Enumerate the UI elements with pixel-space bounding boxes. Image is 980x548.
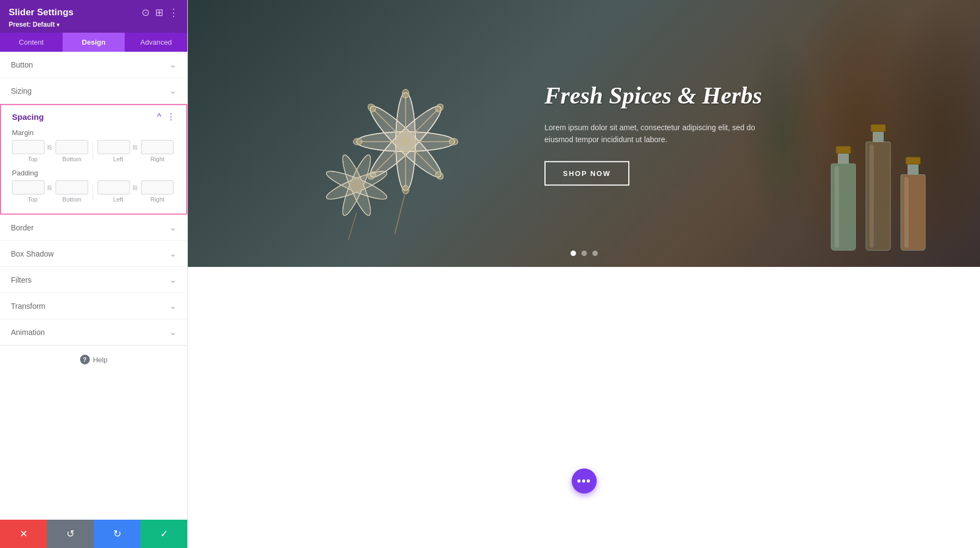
focus-icon[interactable]: ⊙ <box>142 7 150 19</box>
spacing-menu-icon[interactable]: ⋮ <box>167 112 175 122</box>
jar-cork-3 <box>905 157 921 165</box>
padding-right-pair: Right <box>141 180 174 203</box>
slider: Fresh Spices & Herbs Lorem ipsum dolor s… <box>188 0 980 267</box>
section-transform-label: Transform <box>11 302 45 310</box>
fab-button[interactable]: ••• <box>572 468 597 494</box>
padding-left-pair: ⛓ Left <box>97 180 139 203</box>
jar-body-2 <box>866 142 891 251</box>
action-bar: ✕ ↺ ↻ ✓ <box>0 520 187 548</box>
padding-bottom-pair: Bottom <box>56 180 88 203</box>
padding-top-link-icon[interactable]: ⛓ <box>46 185 53 191</box>
margin-top-pair: ⛓ Top <box>12 140 53 162</box>
padding-left-link-icon[interactable]: ⛓ <box>131 185 139 191</box>
cancel-button[interactable]: ✕ <box>0 520 47 548</box>
slider-dots <box>571 251 598 256</box>
spacing-padding-label: Padding <box>12 169 175 177</box>
svg-line-36 <box>395 191 406 234</box>
section-filters-chevron: ⌄ <box>169 275 176 285</box>
section-border-chevron: ⌄ <box>169 222 176 233</box>
padding-left-input[interactable] <box>97 180 130 194</box>
section-border-label: Border <box>11 223 34 232</box>
slider-text-block: Fresh Spices & Herbs Lorem ipsum dolor s… <box>544 82 773 186</box>
margin-divider <box>93 143 93 160</box>
section-button-chevron: ⌄ <box>169 59 176 70</box>
padding-top-pair: ⛓ Top <box>12 180 53 203</box>
margin-right-input[interactable] <box>141 140 174 154</box>
jar-3 <box>901 157 926 251</box>
spacing-title: Spacing <box>12 112 44 121</box>
section-filters[interactable]: Filters ⌄ <box>0 267 187 293</box>
jar-neck-2 <box>873 132 884 142</box>
padding-right-label: Right <box>150 196 164 203</box>
undo-button[interactable]: ↺ <box>47 520 94 548</box>
jar-cork-2 <box>871 124 886 132</box>
margin-top-input[interactable] <box>12 140 45 154</box>
section-transform[interactable]: Transform ⌄ <box>0 293 187 319</box>
margin-left-pair: ⛓ Left <box>97 140 139 162</box>
jar-1 <box>831 146 856 251</box>
spacing-padding-inputs: ⛓ Top Bottom ⛓ <box>12 180 175 203</box>
section-sizing-label: Sizing <box>11 87 32 95</box>
jar-cork-1 <box>836 146 851 154</box>
section-box-shadow[interactable]: Box Shadow ⌄ <box>0 241 187 267</box>
jar-group <box>831 16 926 251</box>
jar-2 <box>866 124 891 251</box>
jar-body-1 <box>831 163 856 251</box>
padding-top-input[interactable] <box>12 180 45 194</box>
spacing-header: Spacing ^ ⋮ <box>1 105 186 126</box>
tab-design[interactable]: Design <box>63 33 125 52</box>
margin-bottom-pair: Bottom <box>56 140 88 162</box>
margin-left-label: Left <box>113 156 123 162</box>
margin-top-link-icon[interactable]: ⛓ <box>46 144 53 150</box>
more-icon[interactable]: ⋮ <box>169 7 179 19</box>
section-transform-chevron: ⌄ <box>169 301 176 311</box>
spacing-section: Spacing ^ ⋮ Margin ⛓ Top <box>0 104 187 215</box>
help-link[interactable]: ? Help <box>80 355 108 364</box>
flower-illustration <box>297 22 504 251</box>
section-animation[interactable]: Animation ⌄ <box>0 319 187 345</box>
section-box-shadow-chevron: ⌄ <box>169 248 176 259</box>
padding-bottom-input[interactable] <box>56 180 88 194</box>
dot-2[interactable] <box>581 251 587 256</box>
layout-icon[interactable]: ⊞ <box>155 7 163 19</box>
margin-bottom-label: Bottom <box>63 156 82 162</box>
dot-3[interactable] <box>592 251 598 256</box>
section-sizing[interactable]: Sizing ⌄ <box>0 78 187 104</box>
help-icon: ? <box>80 355 90 364</box>
margin-left-link-icon[interactable]: ⛓ <box>131 144 139 150</box>
spacing-margin-group: Margin ⛓ Top Bottom <box>1 126 186 167</box>
tab-advanced[interactable]: Advanced <box>125 33 187 52</box>
margin-bottom-input[interactable] <box>56 140 88 154</box>
sidebar: Slider Settings ⊙ ⊞ ⋮ Preset: Default ▾ … <box>0 0 188 548</box>
slider-heading: Fresh Spices & Herbs <box>544 82 773 111</box>
dot-1[interactable] <box>571 251 576 256</box>
help-label: Help <box>93 356 108 364</box>
jar-neck-1 <box>838 154 849 163</box>
tab-content[interactable]: Content <box>0 33 63 52</box>
save-button[interactable]: ✓ <box>140 520 187 548</box>
sidebar-body: Button ⌄ Sizing ⌄ Spacing ^ ⋮ Margin <box>0 52 187 520</box>
padding-left-label: Left <box>113 196 123 203</box>
section-border[interactable]: Border ⌄ <box>0 215 187 241</box>
section-button-label: Button <box>11 60 33 69</box>
svg-point-18 <box>402 89 409 98</box>
shop-now-button[interactable]: SHOP NOW <box>544 161 629 185</box>
below-slider: ••• <box>188 267 980 548</box>
section-animation-chevron: ⌄ <box>169 327 176 337</box>
jar-neck-3 <box>908 165 918 174</box>
padding-bottom-label: Bottom <box>63 196 82 203</box>
margin-right-label: Right <box>150 156 164 162</box>
svg-point-35 <box>354 182 359 188</box>
redo-button[interactable]: ↻ <box>94 520 140 548</box>
svg-point-17 <box>401 137 410 146</box>
margin-top-label: Top <box>28 156 38 162</box>
padding-right-input[interactable] <box>141 180 174 194</box>
section-animation-label: Animation <box>11 328 45 337</box>
padding-divider <box>93 184 93 200</box>
sidebar-header: Slider Settings ⊙ ⊞ ⋮ Preset: Default ▾ <box>0 0 187 33</box>
section-button[interactable]: Button ⌄ <box>0 52 187 78</box>
margin-left-input[interactable] <box>97 140 130 154</box>
spacing-collapse-icon[interactable]: ^ <box>157 112 161 122</box>
sidebar-title: Slider Settings <box>9 7 74 18</box>
svg-line-37 <box>348 212 357 240</box>
